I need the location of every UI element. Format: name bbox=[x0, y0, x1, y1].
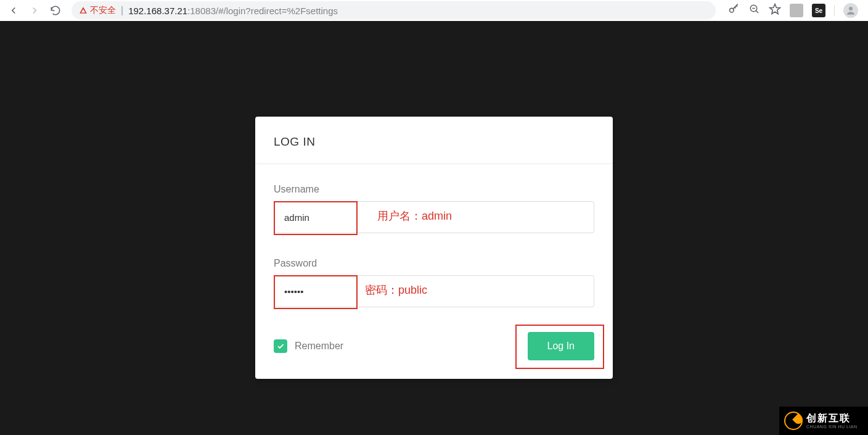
card-title: LOG IN bbox=[274, 135, 594, 149]
address-bar[interactable]: 不安全 | 192.168.37.21:18083/#/login?redire… bbox=[72, 1, 716, 20]
page-background: LOG IN Username 用户名：admin Password 密码：pu… bbox=[0, 21, 868, 435]
remember-checkbox[interactable] bbox=[274, 339, 287, 353]
security-badge: 不安全 bbox=[79, 5, 116, 16]
security-label: 不安全 bbox=[90, 5, 116, 16]
watermark-cn: 创新互联 bbox=[806, 413, 858, 423]
toolbar-icons: Se bbox=[723, 3, 863, 18]
password-field-row: Password 密码：public bbox=[274, 258, 594, 307]
extension-icon-1[interactable] bbox=[790, 4, 803, 17]
login-footer: Remember Log In bbox=[274, 332, 594, 360]
reload-button[interactable] bbox=[47, 2, 64, 19]
login-card: LOG IN Username 用户名：admin Password 密码：pu… bbox=[255, 117, 613, 379]
profile-avatar[interactable] bbox=[843, 3, 858, 18]
svg-point-2 bbox=[849, 7, 853, 10]
watermark-icon bbox=[784, 412, 803, 430]
forward-button[interactable] bbox=[26, 2, 43, 19]
password-input[interactable] bbox=[274, 275, 594, 307]
remember-label: Remember bbox=[295, 341, 343, 352]
extension-selenium-icon[interactable]: Se bbox=[812, 4, 825, 17]
watermark-en: CHUANG XIN HU LIAN bbox=[806, 425, 858, 429]
password-label: Password bbox=[274, 258, 594, 269]
watermark-logo: 创新互联 CHUANG XIN HU LIAN bbox=[779, 407, 868, 435]
url-text: 192.168.37.21:18083/#/login?redirect=%2F… bbox=[128, 6, 338, 16]
username-label: Username bbox=[274, 184, 594, 195]
login-button-wrap: Log In bbox=[528, 332, 594, 360]
annotation-text-password: 密码：public bbox=[365, 283, 427, 297]
username-field-row: Username 用户名：admin bbox=[274, 184, 594, 233]
zoom-icon[interactable] bbox=[749, 4, 760, 17]
omnibox-separator: | bbox=[121, 5, 123, 16]
card-divider bbox=[255, 164, 613, 164]
key-icon[interactable] bbox=[728, 3, 740, 18]
login-button[interactable]: Log In bbox=[528, 332, 594, 360]
browser-toolbar: 不安全 | 192.168.37.21:18083/#/login?redire… bbox=[0, 0, 868, 21]
remember-wrap[interactable]: Remember bbox=[274, 339, 343, 353]
back-button[interactable] bbox=[5, 2, 22, 19]
toolbar-separator bbox=[834, 5, 835, 16]
annotation-text-username: 用户名：admin bbox=[377, 209, 452, 223]
svg-point-0 bbox=[730, 8, 734, 12]
star-icon[interactable] bbox=[769, 3, 781, 18]
